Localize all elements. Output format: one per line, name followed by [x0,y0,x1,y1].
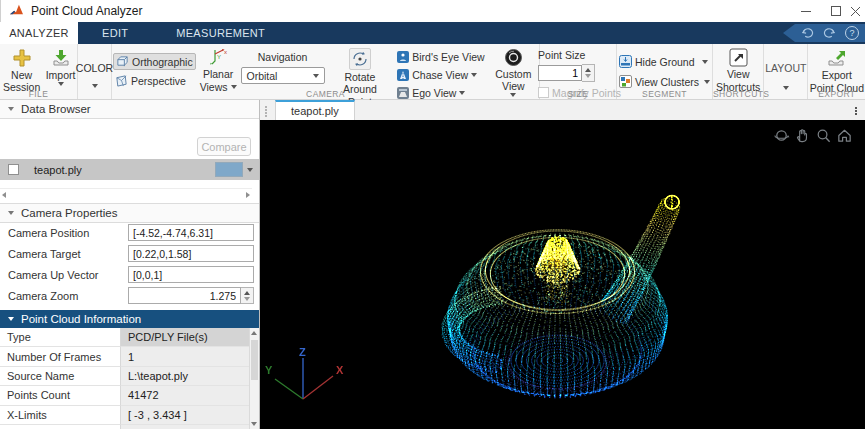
info-value[interactable]: PCD/PLY File(s) [121,328,249,347]
color-label: COLOR [76,62,113,74]
orthographic-label: Orthographic [132,56,193,68]
data-browser-header[interactable]: Data Browser [0,100,259,119]
scroll-right-icon[interactable] [246,192,250,198]
info-value[interactable]: 1 [121,347,249,366]
minimize-button[interactable] [791,0,821,22]
new-session-plus-icon [12,48,32,68]
point-size-spinner[interactable] [582,64,595,82]
view-clusters-icon [619,75,632,88]
birds-eye-view-button[interactable]: Bird's Eye View [395,49,486,64]
color-dropdown-icon [92,84,98,88]
drag-grip-icon[interactable] [265,109,267,111]
rotate-3d-icon[interactable] [773,127,790,144]
horizontal-scrollbar[interactable] [0,188,252,201]
view-shortcuts-button[interactable]: View Shortcuts [714,47,762,94]
spinner-up-icon [244,291,250,295]
file-checkbox[interactable] [8,164,19,175]
maximize-button[interactable] [821,0,851,22]
undo-icon[interactable] [801,27,814,40]
chase-view-button[interactable]: Chase View [395,67,486,82]
tab-overflow-menu-icon[interactable] [855,107,857,109]
ribbon-tab-strip: ANALYZER EDIT MEASUREMENT ? [0,22,865,44]
zoom-magnifier-icon[interactable] [815,127,832,144]
viewer-tab-teapot[interactable]: teapot.ply [275,100,355,120]
planar-views-button[interactable]: Y x Planar Views [198,47,239,94]
info-value[interactable]: L:\teapot.ply [121,367,249,386]
navigation-dropdown[interactable]: Orbital [241,67,325,84]
scroll-up-icon[interactable] [251,331,257,335]
view-clusters-button[interactable]: View Clusters [617,74,712,89]
hide-ground-dropdown-icon [702,60,708,64]
axis-triad: Z Y X [262,346,354,426]
hide-ground-button[interactable]: Hide Ground [617,54,712,69]
camera-zoom-label: Camera Zoom [0,290,78,302]
section-label-shortcuts: SHORTCUTS [713,89,763,99]
camera-position-row: Camera Position [0,222,259,243]
camera-properties-header[interactable]: Camera Properties [0,203,259,223]
info-value[interactable]: [ -3 , 3.434 ] [121,406,249,425]
redo-icon[interactable] [823,27,836,40]
new-session-button[interactable]: New Session [0,47,44,94]
section-label-camera: CAMERA [112,89,539,99]
camera-zoom-input[interactable] [128,287,241,304]
axes-toolbar [773,127,853,144]
camera-up-vector-input[interactable] [128,266,254,283]
point-size-input[interactable] [538,65,582,81]
point-cloud-info-table: Type PCD/PLY File(s) Number Of Frames 1 … [0,328,249,429]
hide-ground-label: Hide Ground [635,56,695,68]
ribbon-section-color: COLOR [78,44,112,99]
info-label: X-Limits [0,406,121,425]
tab-analyzer[interactable]: ANALYZER [0,22,78,44]
compare-button[interactable]: Compare [197,137,251,156]
perspective-label: Perspective [131,75,186,87]
orthographic-button[interactable]: Orthographic [113,53,196,70]
camera-position-input[interactable] [128,224,254,241]
rotate-around-point-icon [349,48,371,70]
ribbon-toolbar: New Session Import FILE COLOR Orthograph… [0,44,865,100]
color-swatch[interactable] [215,162,243,177]
title-bar: Point Cloud Analyzer [0,0,865,22]
home-icon[interactable] [836,127,853,144]
point-size-label: Point Size [538,49,585,61]
tab-edit[interactable]: EDIT [78,22,152,44]
info-label: Source Name [0,367,121,386]
info-value[interactable]: 41472 [121,386,249,405]
axis-z-label: Z [299,346,306,358]
planar-y-label: Y [217,54,221,60]
matlab-logo-icon [9,2,24,20]
import-button[interactable]: Import [44,47,78,87]
scroll-down-icon[interactable] [251,422,257,426]
camera-target-input[interactable] [128,245,254,262]
scrollbar-thumb[interactable] [251,340,258,380]
point-cloud-file-row[interactable]: teapot.ply [0,159,259,180]
info-label: Y-Limits [0,425,121,429]
swatch-dropdown-icon[interactable] [247,168,253,172]
help-icon[interactable]: ? [845,26,859,40]
navigation-value: Orbital [247,70,278,82]
info-value[interactable]: [ -2 , 2 ] [121,425,249,429]
collapse-caret-icon [8,317,14,321]
camera-zoom-row: Camera Zoom [0,285,259,306]
collapse-caret-icon [8,107,14,111]
data-browser-title: Data Browser [21,103,91,115]
vertical-scrollbar[interactable] [249,328,259,429]
ribbon-section-shortcuts: View Shortcuts SHORTCUTS [713,44,764,99]
quick-access-toolbar: ? [783,24,865,42]
tab-measurement[interactable]: MEASUREMENT [152,22,289,44]
close-button[interactable] [851,0,865,22]
point-cloud-info-header[interactable]: Point Cloud Information [0,310,259,329]
custom-view-icon [504,48,523,67]
perspective-button[interactable]: Perspective [113,73,196,88]
scroll-left-icon[interactable] [2,192,6,198]
export-point-cloud-button[interactable]: Export Point Cloud [808,47,865,95]
section-label-segment: SEGMENT [617,89,712,99]
camera-up-vector-label: Camera Up Vector [0,269,98,281]
layout-gallery-button[interactable]: LAYOUT [763,47,808,89]
camera-zoom-spinner[interactable] [241,287,254,304]
point-cloud-viewer[interactable]: Z Y X [260,120,865,429]
layout-dropdown-icon [783,86,789,90]
pan-hand-icon[interactable] [794,127,811,144]
color-gallery-button[interactable]: COLOR [74,47,115,89]
ribbon-section-camera: Orthographic Perspective Y x Planar View… [112,44,540,99]
camera-target-row: Camera Target [0,243,259,264]
